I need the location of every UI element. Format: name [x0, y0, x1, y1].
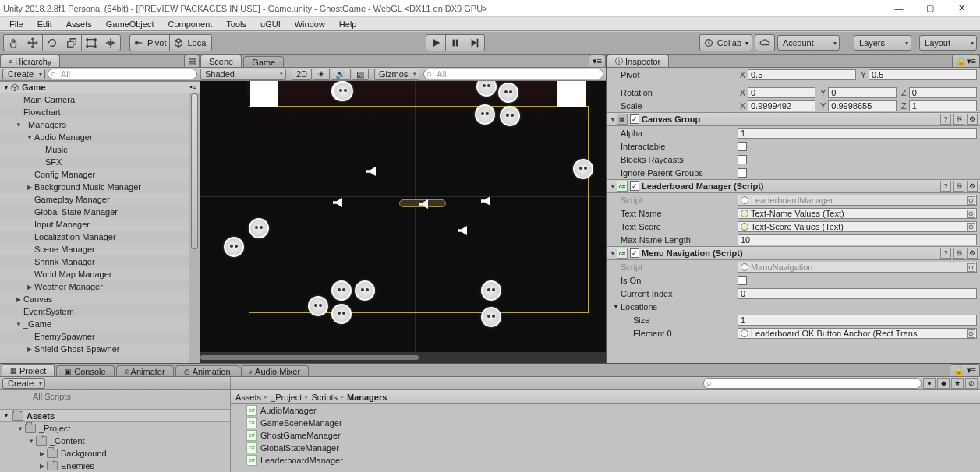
scale-z-field[interactable]: 1 [909, 100, 977, 111]
hierarchy-item[interactable]: SFX [0, 156, 200, 168]
tab-project[interactable]: ▦Project [2, 364, 55, 376]
menu-ugui[interactable]: uGUI [254, 19, 287, 30]
tool-move[interactable] [23, 34, 43, 51]
tab-animator[interactable]: ⎚Animator [116, 365, 174, 376]
scene-options[interactable]: ▾≡ [589, 55, 606, 67]
help-icon[interactable]: ? [940, 248, 951, 259]
menu-component[interactable]: Component [161, 19, 218, 30]
breadcrumb-item[interactable]: Scripts [311, 393, 338, 402]
menu-edit[interactable]: Edit [31, 19, 58, 30]
filter-type-icon[interactable]: ● [923, 378, 936, 389]
component-leaderboard-header[interactable]: ▼c#✓Leaderboard Manager (Script) ?⎘⚙ [607, 179, 980, 193]
favorite-icon[interactable]: ★ [951, 378, 964, 389]
collab-dropdown[interactable]: Collab▾ [699, 34, 752, 51]
text-score-field[interactable]: Text-Score Values (Text)⊙ [738, 221, 977, 232]
asset-item[interactable]: c#LeaderboardManager [231, 454, 980, 467]
play-button[interactable] [426, 34, 446, 51]
project-folder[interactable]: ▼_Project [0, 422, 230, 435]
handle-pivot[interactable]: Pivot [129, 34, 170, 51]
locations-size-field[interactable]: 1 [738, 315, 977, 326]
asset-item[interactable]: c#GhostGameManager [231, 429, 980, 442]
project-folder[interactable]: ▶Background [0, 447, 230, 460]
hierarchy-item[interactable]: ▼_Game [0, 318, 200, 330]
pivot-x-field[interactable]: 0.5 [748, 69, 856, 80]
project-lock[interactable]: 🔒 ▾≡ [950, 364, 980, 376]
preset-icon[interactable]: ⎘ [953, 114, 964, 125]
scene-fx-toggle[interactable]: ▧ [352, 69, 369, 80]
ignore-parent-checkbox[interactable] [738, 168, 747, 178]
hierarchy-create[interactable]: Create [2, 69, 45, 79]
hierarchy-item[interactable]: World Map Manager [0, 268, 200, 280]
scene-search[interactable]: All [423, 69, 603, 79]
scene-slider[interactable] [200, 352, 606, 363]
hierarchy-item[interactable]: ▶Background Music Manager [0, 181, 200, 193]
menu-help[interactable]: Help [333, 19, 363, 30]
tab-inspector[interactable]: ⓘInspector [607, 55, 669, 67]
hierarchy-search[interactable]: All [48, 69, 197, 79]
current-index-field[interactable]: 0 [738, 288, 977, 299]
gear-icon[interactable]: ⚙ [967, 114, 978, 125]
tool-rect[interactable] [81, 34, 101, 51]
hierarchy-scene-header[interactable]: ▼ Game •≡ [0, 81, 200, 93]
hierarchy-item[interactable]: Global State Manager [0, 206, 200, 218]
scale-x-field[interactable]: 0.9999492 [748, 100, 815, 111]
asset-item[interactable]: c#AudioManager [231, 404, 980, 417]
hierarchy-item[interactable]: Config Manager [0, 168, 200, 181]
hierarchy-item[interactable]: ▶Canvas [0, 293, 200, 305]
tab-console[interactable]: ▣Console [56, 365, 114, 376]
breadcrumb-item[interactable]: Assets [235, 393, 261, 402]
scene-audio-toggle[interactable]: 🔊 [331, 69, 351, 80]
scene-2d-toggle[interactable]: 2D [292, 69, 312, 80]
tool-scale[interactable] [62, 34, 82, 51]
breadcrumb-item[interactable]: Managers [347, 393, 387, 402]
help-icon[interactable]: ? [940, 181, 951, 192]
handle-local[interactable]: Local [169, 34, 211, 51]
hierarchy-item[interactable]: ▶Shield Ghost Spawner [0, 343, 200, 355]
account-dropdown[interactable]: Account [777, 35, 840, 51]
blocks-raycasts-checkbox[interactable] [738, 155, 747, 164]
menu-assets[interactable]: Assets [60, 19, 98, 30]
component-canvas-group-header[interactable]: ▼▦✓Canvas Group ?⎘⚙ [607, 112, 980, 126]
scene-lighting-toggle[interactable]: ☀ [313, 69, 330, 80]
is-on-checkbox[interactable] [738, 276, 747, 285]
filter-label-icon[interactable]: ◆ [937, 378, 950, 389]
hierarchy-item[interactable]: Music [0, 143, 200, 156]
max-name-length-field[interactable]: 10 [738, 234, 977, 245]
favorites-item[interactable]: All Scripts [33, 392, 71, 401]
hierarchy-item[interactable]: EnemySpawner [0, 330, 200, 343]
tab-animation[interactable]: ◷Animation [175, 365, 239, 376]
rot-z-field[interactable]: 0 [909, 87, 977, 98]
locations-foldout[interactable]: Locations [621, 302, 744, 312]
cloud-button[interactable] [755, 34, 775, 51]
component-menunav-header[interactable]: ▼c#✓Menu Navigation (Script) ?⎘⚙ [607, 246, 980, 260]
hierarchy-item[interactable]: Shrink Manager [0, 255, 200, 268]
menu-tools[interactable]: Tools [220, 19, 253, 30]
menu-gameobject[interactable]: GameObject [100, 19, 161, 30]
gear-icon[interactable]: ⚙ [967, 181, 978, 192]
layout-dropdown[interactable]: Layout [919, 35, 977, 51]
preset-icon[interactable]: ⎘ [953, 181, 964, 192]
tool-rotate[interactable] [42, 34, 62, 51]
step-button[interactable] [465, 34, 485, 51]
tool-transform[interactable] [101, 34, 121, 51]
project-search[interactable] [703, 378, 922, 389]
hierarchy-item[interactable]: Input Manager [0, 218, 200, 231]
scene-shading[interactable]: Shaded [200, 69, 286, 80]
window-minimize[interactable]: — [883, 1, 915, 16]
project-folder[interactable]: ▶Enemies [0, 460, 230, 472]
menu-window[interactable]: Window [288, 19, 331, 30]
menu-file[interactable]: File [3, 19, 30, 30]
interactable-checkbox[interactable] [738, 142, 747, 151]
breadcrumb-item[interactable]: _Project [271, 393, 302, 402]
rot-x-field[interactable]: 0 [748, 87, 815, 98]
window-maximize[interactable]: ▢ [915, 1, 946, 16]
project-folder[interactable]: ▼_Content [0, 435, 230, 447]
window-close[interactable]: ✕ [946, 1, 977, 16]
project-create[interactable]: Create [2, 378, 45, 389]
help-icon[interactable]: ? [940, 114, 951, 125]
scene-gizmos[interactable]: Gizmos [374, 69, 419, 80]
gear-icon[interactable]: ⚙ [967, 248, 978, 259]
element-0-field[interactable]: Leaderboard OK Button Anchor (Rect Trans… [738, 328, 977, 339]
tab-scene[interactable]: Scene [200, 55, 242, 67]
hierarchy-item[interactable]: Flowchart [0, 106, 200, 118]
